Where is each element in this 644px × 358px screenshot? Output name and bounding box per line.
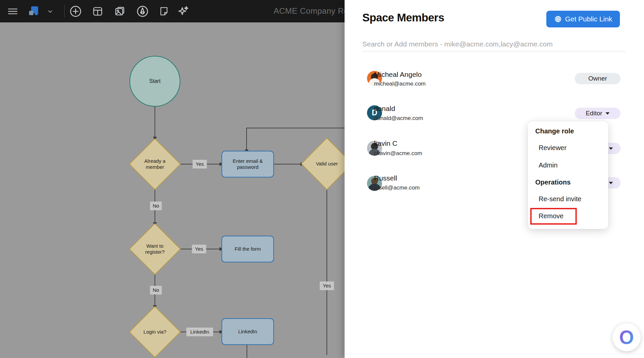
role-badge-owner: Owner (575, 73, 621, 84)
document-title: ACME Company Res (274, 6, 345, 16)
app-window: StartAlready amemberEnter email &passwor… (0, 0, 644, 358)
ai-sparkles-icon[interactable] (177, 5, 190, 18)
member-name: Micheal Angelo (374, 71, 422, 79)
space-members-panel: Space Members Get Public Link Micheal An… (345, 0, 644, 358)
add-shape-icon[interactable] (69, 5, 82, 18)
flowchart-edge-label: Yes (195, 246, 203, 252)
flowchart-node-linkedin-label: LinkedIn (238, 329, 257, 334)
flowchart-node-enter-email-label: Enter email &password (233, 158, 263, 170)
member-name: donald (374, 105, 395, 113)
flowchart: StartAlready amemberEnter email &passwor… (0, 0, 345, 358)
member-name: Russell (374, 174, 397, 182)
flowchart-node-start-label: Start (149, 78, 161, 84)
flowchart-edge-label: No (153, 287, 159, 293)
menu-item-resend-invite[interactable]: Re-send invite (539, 195, 581, 203)
flowchart-node-already-member-label: Already amember (144, 158, 166, 170)
member-email: rusell@acme.com (374, 185, 420, 191)
chat-widget-button[interactable]: O (613, 323, 641, 351)
pen-tool-icon[interactable] (136, 5, 149, 18)
flowchart-edge-label: Yes (196, 161, 204, 167)
panel-title: Space Members (362, 11, 444, 24)
flowchart-node-fill-form-label: Fill the form (235, 246, 261, 252)
member-email: micheal@acme.com (374, 81, 426, 87)
note-icon[interactable] (157, 5, 171, 18)
diagram-canvas[interactable]: StartAlready amemberEnter email &passwor… (0, 0, 345, 358)
flowchart-edge-label: No (153, 203, 159, 209)
toolbar-divider (64, 5, 65, 17)
caret-down-icon (609, 182, 613, 184)
caret-down-icon (609, 147, 613, 150)
member-email: donald@acme.com (374, 115, 423, 122)
member-email: ckavin@acme.com (374, 150, 422, 157)
app-logo[interactable] (27, 5, 41, 18)
menu-item-reviewer[interactable]: Reviewer (539, 144, 566, 152)
get-public-link-button[interactable]: Get Public Link (546, 11, 620, 27)
search-members-input[interactable] (362, 37, 626, 51)
menu-item-admin[interactable]: Admin (539, 161, 558, 169)
flowchart-edge-label: LinkedIn (190, 329, 209, 335)
menu-item-remove[interactable]: Remove (539, 212, 563, 220)
member-row: Micheal Angelo micheal@acme.com Owner (345, 69, 644, 92)
flowchart-node-login-via-label: Login via? (144, 329, 166, 335)
frame-icon[interactable] (91, 5, 104, 18)
flowchart-node-want-register-label: Want toregister? (145, 243, 165, 255)
image-icon[interactable] (113, 5, 126, 18)
menu-header-change-role: Change role (535, 127, 574, 135)
menu-header-operations: Operations (535, 178, 571, 186)
menu-icon[interactable] (6, 5, 19, 18)
member-name: kavin C (374, 139, 397, 147)
flowchart-node-valid-user-label: Valid user (316, 161, 338, 166)
role-context-menu: Change role Reviewer Admin Operations Re… (528, 121, 608, 229)
top-toolbar: ACME Company Res (0, 0, 345, 22)
flowchart-edge-label: Yes (323, 283, 331, 288)
caret-down-icon (606, 112, 610, 115)
get-public-link-label: Get Public Link (565, 15, 612, 23)
chevron-down-icon[interactable] (43, 5, 57, 18)
role-dropdown-editor[interactable]: Editor (575, 108, 621, 119)
chat-widget-logo: O (619, 328, 634, 347)
globe-icon (554, 15, 562, 23)
